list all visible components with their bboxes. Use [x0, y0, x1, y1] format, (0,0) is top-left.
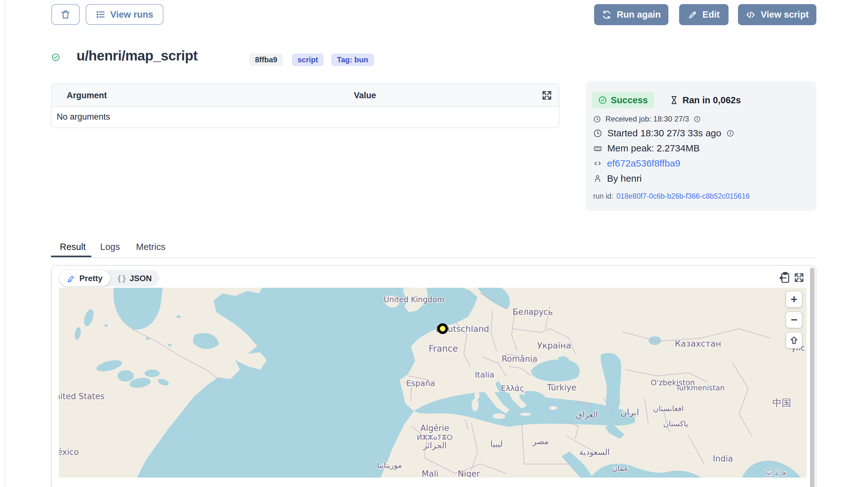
braces-icon: { }: [118, 274, 126, 283]
edit-label: Edit: [703, 9, 720, 20]
check-circle-icon: [598, 96, 607, 104]
map-label: United Kingdom: [384, 295, 444, 304]
result-map[interactable]: United KingdomБеларусьDeutschlandУкраїна…: [59, 288, 807, 478]
received-label: Received job: 18:30 27/3: [606, 115, 689, 123]
delete-run-button[interactable]: [51, 4, 80, 25]
arguments-table: Argument Value No arguments: [51, 84, 559, 128]
result-tabs: Result Logs Metrics: [51, 242, 816, 259]
clock-icon: [593, 115, 601, 123]
tag-badge: Tag: bun: [331, 54, 374, 66]
map-label: မြန်မာ: [764, 469, 786, 478]
map-label: السعودية: [579, 447, 610, 457]
view-runs-button[interactable]: View runs: [86, 4, 163, 25]
duration-label: Ran in 0,062s: [683, 95, 741, 105]
left-pane-divider: [4, 0, 5, 487]
argument-column-header: Argument: [67, 84, 107, 107]
map-label: Niger: [458, 469, 480, 478]
map-label: عمان: [612, 464, 628, 473]
render-mode-toggle: Pretty { } JSON: [59, 270, 159, 286]
pretty-toggle[interactable]: Pretty: [59, 270, 110, 286]
map-label: پاکستان: [663, 419, 688, 428]
map-label: Беларусь: [513, 307, 553, 317]
map-zoom-in-button[interactable]: +: [786, 291, 802, 308]
map-canvas: United KingdomБеларусьDeutschlandУкраїна…: [59, 288, 807, 478]
by-user-label: By henri: [607, 173, 642, 184]
run-again-button[interactable]: Run again: [594, 4, 669, 25]
map-marker[interactable]: [439, 325, 447, 333]
arguments-empty-row: No arguments: [52, 107, 559, 127]
page-title: u/henri/map_script: [76, 48, 198, 64]
kind-badge: script: [292, 54, 324, 66]
tab-result[interactable]: Result: [60, 242, 86, 252]
highlighter-icon: [67, 274, 75, 283]
arrow-up-icon: [789, 336, 799, 345]
clock-icon: [593, 129, 602, 138]
map-label: Україна: [537, 341, 571, 351]
view-script-label: View script: [761, 9, 809, 20]
hourglass-icon: [669, 95, 679, 105]
map-label: France: [429, 343, 458, 354]
result-panel: Pretty { } JSON: [51, 265, 816, 487]
map-label: India: [713, 454, 733, 463]
edit-button[interactable]: Edit: [679, 4, 728, 25]
run-id-link[interactable]: 018e80f7-0c6b-b26b-f366-c8b52c015616: [616, 192, 750, 201]
list-icon: [96, 9, 106, 20]
script-hash-link[interactable]: ef672a536f8ffba9: [607, 158, 680, 169]
code-icon: [746, 10, 755, 20]
map-label: الجزائر: [422, 441, 446, 451]
run-status-card: Success Ran in 0,062s Received job: 18:3…: [586, 81, 816, 211]
map-label: United States: [59, 392, 104, 401]
result-scrollbar-thumb[interactable]: [810, 268, 814, 487]
map-label: موريتانيا: [377, 461, 402, 470]
map-zoom-out-button[interactable]: −: [786, 312, 802, 328]
value-column-header: Value: [354, 84, 376, 107]
run-again-label: Run again: [617, 9, 661, 20]
map-label: Türkiye: [547, 383, 576, 392]
map-label: México: [59, 447, 79, 457]
map-label: العراق: [576, 410, 597, 420]
map-label: Казахстан: [675, 339, 721, 348]
expand-arguments-button[interactable]: [541, 90, 553, 101]
map-label: ⵍⵣⵣⴰⵢⴻⵔ: [417, 433, 453, 442]
view-runs-label: View runs: [110, 9, 153, 20]
map-label: România: [501, 354, 537, 364]
json-label: JSON: [129, 274, 152, 283]
map-label: Turkmenistan: [675, 384, 724, 392]
copy-result-button[interactable]: [778, 271, 790, 284]
memory-icon: [593, 144, 602, 153]
pretty-label: Pretty: [79, 274, 103, 283]
code-icon: [593, 159, 602, 168]
tabs-divider: [51, 257, 816, 258]
started-label: Started 18:30 27/3 33s ago: [607, 128, 721, 139]
zoom-in-label: +: [790, 293, 797, 306]
refresh-icon: [602, 10, 612, 20]
clipboard-copy-icon: [778, 271, 790, 284]
tab-metrics[interactable]: Metrics: [136, 242, 165, 252]
arguments-table-header: Argument Value: [52, 84, 559, 107]
person-icon: [593, 174, 602, 183]
fullscreen-result-button[interactable]: [794, 272, 805, 283]
pencil-icon: [688, 10, 698, 20]
info-icon[interactable]: [693, 116, 701, 123]
expand-icon: [541, 90, 553, 101]
json-toggle[interactable]: { } JSON: [110, 270, 159, 286]
map-label: ليبيا: [490, 439, 502, 449]
status-badge: Success: [592, 92, 654, 108]
view-script-button[interactable]: View script: [738, 4, 816, 25]
map-label: 中国: [772, 397, 791, 408]
mem-peak-label: Mem peak: 2.2734MB: [607, 143, 700, 154]
success-check-icon: [51, 53, 60, 62]
map-label: España: [406, 379, 435, 388]
expand-icon: [794, 272, 805, 283]
run-id-label: run id:: [593, 192, 613, 201]
status-label: Success: [611, 95, 648, 105]
tab-logs[interactable]: Logs: [100, 242, 120, 252]
map-label: افغانستان: [653, 404, 683, 413]
version-badge: 8ffba9: [249, 54, 283, 66]
map-label: مصر: [532, 437, 549, 447]
map-label: Algérie: [420, 423, 449, 433]
map-label: ايران: [620, 407, 639, 418]
map-label: Mali: [422, 469, 439, 478]
map-reset-bearing-button[interactable]: [786, 332, 802, 348]
info-icon[interactable]: [726, 129, 734, 137]
